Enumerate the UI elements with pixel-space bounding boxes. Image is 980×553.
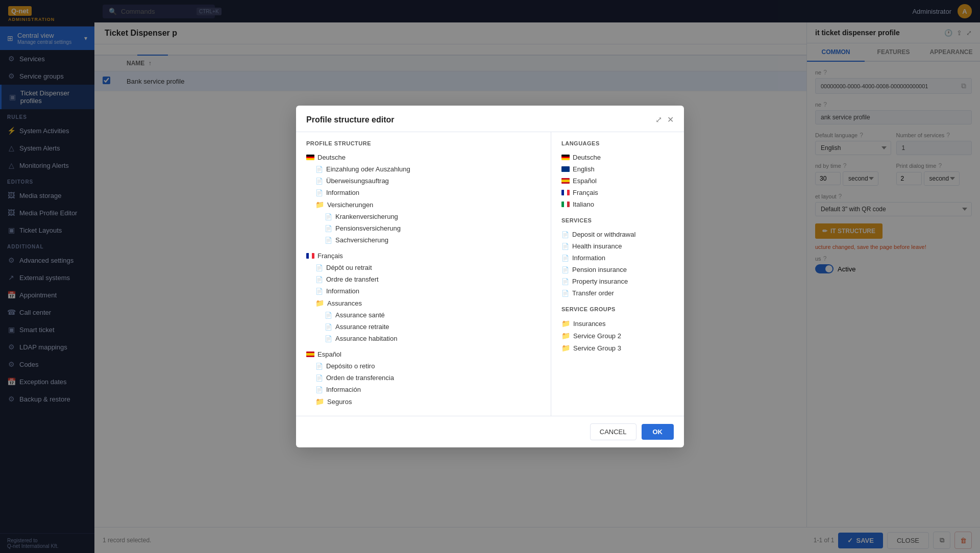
folder-icon: 📁 <box>561 319 570 328</box>
deutsche-label: Deutsche <box>317 154 346 161</box>
file-icon: 📄 <box>315 288 323 295</box>
francais-label: Français <box>317 252 343 260</box>
tree-item: 📄 Assurance retraite <box>325 321 541 333</box>
modal-close-icon[interactable]: ✕ <box>667 115 674 124</box>
modal-cancel-button[interactable]: CANCEL <box>590 423 636 440</box>
folder-icon: 📁 <box>561 332 570 340</box>
modal-footer: CANCEL OK <box>296 416 684 447</box>
file-icon: 📄 <box>325 312 332 319</box>
assurances-children: 📄 Assurance santé 📄 Assurance retraite 📄… <box>315 309 541 344</box>
tree-item: 📄 Assurance santé <box>325 309 541 321</box>
folder-icon: 📁 <box>315 397 324 406</box>
file-icon: 📄 <box>325 323 332 331</box>
flag-fr-icon <box>306 253 314 259</box>
service-group-item: 📁 Insurances <box>561 317 674 330</box>
service-item: 📄 Deposit or withdrawal <box>561 229 674 240</box>
modal-ok-button[interactable]: OK <box>642 424 674 440</box>
flag-it-icon <box>561 202 570 207</box>
lang-item-it: Italiano <box>561 198 674 210</box>
tree-item: 📄 Sachversicherung <box>325 234 541 246</box>
file-icon: 📄 <box>325 225 332 232</box>
deutsche-children: 📄 Einzahlung oder Auszahlung 📄 Überweisu… <box>306 163 541 246</box>
folder-icon: 📁 <box>561 344 570 352</box>
modal-expand-icon[interactable]: ⤢ <box>655 115 662 124</box>
file-icon: 📄 <box>315 189 323 196</box>
service-group-item: 📁 Service Group 2 <box>561 330 674 342</box>
service-item: 📄 Pension insurance <box>561 264 674 275</box>
tree-item: 📄 Krankenversicherung <box>325 211 541 222</box>
tree-item: 📄 Depósito o retiro <box>315 360 541 372</box>
tree-item: 📄 Pensionsversicherung <box>325 222 541 234</box>
modal-right-panel: Languages Deutsche English Español <box>551 132 684 416</box>
tree-item: 📄 Information <box>315 285 541 297</box>
folder-icon: 📁 <box>315 200 324 209</box>
lang-item-de: Deutsche <box>561 152 674 163</box>
service-item: 📄 Information <box>561 252 674 264</box>
file-icon: 📄 <box>315 374 323 382</box>
services-label: Services <box>561 217 674 223</box>
tree-item: 📄 Information <box>315 187 541 198</box>
modal-overlay: Profile structure editor ⤢ ✕ Profile str… <box>0 0 980 553</box>
tree-item: 📄 Información <box>315 384 541 395</box>
languages-list: Deutsche English Español Français <box>561 152 674 210</box>
folder-icon: 📁 <box>315 299 324 307</box>
tree-item: 📄 Überweisungsauftrag <box>315 175 541 187</box>
lang-item-fr: Français <box>561 187 674 198</box>
file-icon: 📄 <box>561 278 569 285</box>
profile-structure-label: Profile structure <box>306 140 541 146</box>
file-icon: 📄 <box>325 237 332 244</box>
file-icon: 📄 <box>315 363 323 370</box>
flag-en-icon <box>561 166 570 172</box>
flag-es-icon <box>561 178 570 184</box>
file-icon: 📄 <box>561 231 569 238</box>
flag-de-icon <box>306 155 314 160</box>
modal-left-panel: Profile structure Deutsche 📄 Einzahlung … <box>296 132 551 416</box>
service-groups-label: Service groups <box>561 306 674 312</box>
service-item: 📄 Property insurance <box>561 275 674 287</box>
tree-item: 📄 Ordre de transfert <box>315 273 541 285</box>
tree-folder-seguros: 📁 Seguros <box>315 395 541 408</box>
file-icon: 📄 <box>315 386 323 393</box>
modal-header-icons: ⤢ ✕ <box>655 115 674 124</box>
tree-folder-versicherungen: 📁 Versicherungen <box>315 198 541 211</box>
file-icon: 📄 <box>315 276 323 283</box>
service-groups-list: 📁 Insurances 📁 Service Group 2 📁 Service… <box>561 317 674 354</box>
file-icon: 📄 <box>561 266 569 273</box>
tree-espanol-root: Español <box>306 348 541 360</box>
tree-folder-assurances: 📁 Assurances <box>315 297 541 309</box>
versicherungen-children: 📄 Krankenversicherung 📄 Pensionsversiche… <box>315 211 541 246</box>
francais-children: 📄 Dépôt ou retrait 📄 Ordre de transfert … <box>306 262 541 344</box>
flag-fr-icon <box>561 190 570 195</box>
tree-item: 📄 Assurance habitation <box>325 333 541 344</box>
lang-item-en: English <box>561 163 674 175</box>
espanol-children: 📄 Depósito o retiro 📄 Orden de transfere… <box>306 360 541 408</box>
languages-label: Languages <box>561 140 674 146</box>
flag-de-icon <box>561 155 570 160</box>
service-item: 📄 Transfer order <box>561 287 674 299</box>
service-group-item: 📁 Service Group 3 <box>561 342 674 354</box>
tree-item: 📄 Orden de transferencia <box>315 372 541 384</box>
modal-header: Profile structure editor ⤢ ✕ <box>296 106 684 132</box>
tree-item: 📄 Einzahlung oder Auszahlung <box>315 163 541 175</box>
file-icon: 📄 <box>561 255 569 262</box>
espanol-label: Español <box>317 350 341 358</box>
lang-item-es: Español <box>561 175 674 187</box>
file-icon: 📄 <box>325 335 332 342</box>
file-icon: 📄 <box>325 213 332 220</box>
file-icon: 📄 <box>561 290 569 297</box>
modal-title: Profile structure editor <box>306 115 394 124</box>
tree-francais-root: Français <box>306 250 541 262</box>
tree-deutsche-root: Deutsche <box>306 152 541 163</box>
profile-structure-editor-modal: Profile structure editor ⤢ ✕ Profile str… <box>296 106 684 447</box>
file-icon: 📄 <box>315 166 323 173</box>
file-icon: 📄 <box>315 178 323 185</box>
modal-body: Profile structure Deutsche 📄 Einzahlung … <box>296 132 684 416</box>
tree-item: 📄 Dépôt ou retrait <box>315 262 541 273</box>
service-item: 📄 Health insurance <box>561 240 674 252</box>
file-icon: 📄 <box>561 243 569 250</box>
services-list: 📄 Deposit or withdrawal 📄 Health insuran… <box>561 229 674 299</box>
flag-es-icon <box>306 351 314 357</box>
file-icon: 📄 <box>315 264 323 271</box>
